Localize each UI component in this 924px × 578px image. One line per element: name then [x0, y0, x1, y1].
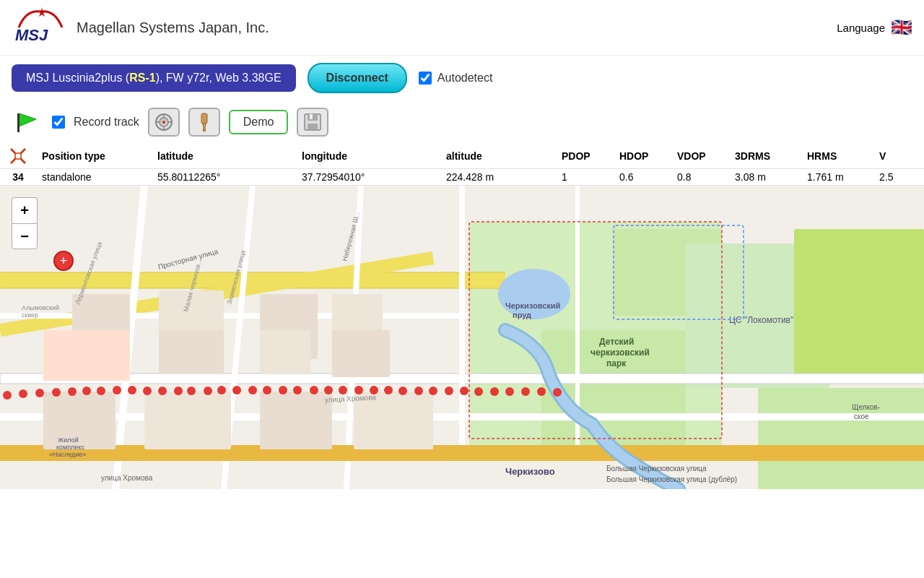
autodetect-area: Autodetect	[419, 72, 493, 85]
svg-point-94	[248, 386, 257, 394]
svg-rect-47	[332, 330, 390, 377]
svg-point-103	[384, 386, 393, 394]
position-header-row: Position type latitude longitude altitud…	[0, 144, 924, 169]
svg-point-104	[398, 387, 407, 395]
altitude-header: altitude	[440, 148, 556, 164]
svg-rect-44	[43, 330, 130, 381]
svg-rect-50	[260, 392, 332, 449]
map-svg: Просторная улица Набережная Ш... Алымовс…	[0, 186, 924, 489]
device-badge: MSJ Luscinia2plus (RS-1), FW y72r, Web 3…	[12, 64, 296, 92]
svg-text:комплекс: комплекс	[56, 444, 84, 451]
record-track-label: Record track	[74, 116, 139, 129]
target-button[interactable]	[148, 108, 180, 137]
position-type-icon-header	[0, 144, 36, 168]
hdop-value: 0.6	[614, 169, 671, 185]
crosshair-icon	[8, 146, 28, 166]
map-container[interactable]: Просторная улица Набережная Ш... Алымовс…	[0, 186, 924, 489]
longitude-header: longitude	[296, 148, 440, 164]
svg-point-85	[113, 386, 121, 394]
latitude-value: 55.80112265°	[152, 169, 296, 185]
device-text-post: ), FW y72r, Web 3.38GE	[156, 72, 282, 84]
svg-rect-49	[144, 392, 231, 449]
svg-rect-26	[794, 229, 924, 374]
svg-point-6	[162, 121, 165, 124]
disconnect-button[interactable]: Disconnect	[308, 63, 407, 93]
svg-text:Жилой: Жилой	[58, 436, 79, 444]
svg-point-96	[279, 386, 287, 394]
svg-rect-11	[201, 113, 207, 124]
svg-point-86	[128, 386, 136, 394]
record-track-checkbox[interactable]	[52, 116, 65, 129]
svg-text:черкизовский: черкизовский	[590, 348, 650, 358]
svg-text:ЦС "Локомотив": ЦС "Локомотив"	[729, 315, 793, 325]
svg-point-114	[553, 388, 562, 397]
svg-point-92	[217, 386, 226, 394]
svg-text:MSJ: MSJ	[15, 26, 48, 44]
svg-point-105	[414, 387, 423, 395]
flag-icon: 🇬🇧	[891, 17, 912, 38]
company-name: Magellan Systems Japan, Inc.	[77, 20, 269, 36]
svg-point-52	[498, 269, 570, 319]
zoom-out-button[interactable]: −	[12, 223, 38, 249]
rms3d-value: 3.08 m	[729, 169, 801, 185]
brush-button[interactable]	[188, 108, 220, 137]
svg-text:Черкизово: Черкизово	[505, 466, 555, 477]
latitude-header: latitude	[152, 148, 296, 164]
position-type-value: standalone	[36, 169, 152, 185]
save-button[interactable]	[297, 108, 328, 137]
vrms-value: 2.5	[873, 169, 924, 185]
autodetect-checkbox[interactable]	[419, 72, 432, 85]
type-num-cell: 34	[0, 169, 36, 185]
record-flag-button[interactable]	[12, 109, 43, 135]
svg-point-109	[474, 387, 483, 396]
logo-area: MSJ Magellan Systems Japan, Inc.	[12, 6, 269, 49]
svg-point-106	[429, 387, 437, 395]
svg-text:Щелков-: Щелков-	[852, 403, 880, 411]
svg-point-101	[354, 386, 363, 394]
target-icon	[154, 112, 174, 132]
svg-marker-2	[19, 113, 36, 126]
pdop-value: 1	[556, 169, 614, 185]
svg-text:Черкизовский: Черкизовский	[505, 301, 560, 310]
svg-rect-14	[310, 114, 313, 119]
add-marker-button[interactable]: +	[53, 251, 74, 271]
longitude-value: 37.72954010°	[296, 169, 440, 185]
zoom-in-button[interactable]: +	[12, 197, 38, 223]
altitude-value: 224.428 m	[440, 169, 556, 185]
language-label: Language	[837, 22, 885, 34]
hrms-header: HRMS	[801, 148, 873, 164]
svg-point-108	[460, 387, 468, 395]
svg-text:сквер: сквер	[22, 311, 38, 319]
svg-rect-27	[758, 388, 924, 489]
svg-rect-48	[43, 392, 116, 449]
svg-point-107	[445, 387, 453, 395]
svg-point-90	[187, 387, 196, 395]
svg-point-82	[68, 387, 77, 396]
demo-button[interactable]: Demo	[229, 110, 289, 134]
hrms-value: 1.761 m	[801, 169, 873, 185]
rms3d-header: 3DRMS	[729, 148, 801, 164]
svg-text:Большая Черкизовская улица: Большая Черкизовская улица	[606, 465, 707, 473]
device-rs: RS-1	[129, 72, 155, 84]
svg-point-81	[52, 388, 61, 397]
hdop-header: HDOP	[614, 148, 671, 164]
svg-point-87	[143, 387, 152, 395]
svg-point-89	[174, 387, 183, 395]
svg-point-113	[537, 387, 546, 396]
svg-text:Алымовский: Алымовский	[22, 304, 59, 311]
svg-point-83	[82, 387, 91, 395]
device-text-pre: MSJ Luscinia2plus (	[26, 72, 129, 84]
svg-point-98	[310, 386, 318, 394]
position-type-header: Position type	[36, 148, 152, 164]
svg-text:ское: ское	[854, 413, 869, 420]
connection-bar: MSJ Luscinia2plus (RS-1), FW y72r, Web 3…	[0, 56, 924, 100]
svg-line-19	[21, 159, 25, 163]
svg-point-111	[505, 387, 514, 396]
svg-point-112	[521, 387, 530, 396]
svg-text:«Наследие»: «Наследие»	[49, 451, 86, 458]
autodetect-label: Autodetect	[437, 72, 493, 85]
svg-point-88	[158, 387, 167, 395]
pdop-header: PDOP	[556, 148, 614, 164]
svg-line-18	[11, 159, 15, 163]
vdop-value: 0.8	[671, 169, 729, 185]
